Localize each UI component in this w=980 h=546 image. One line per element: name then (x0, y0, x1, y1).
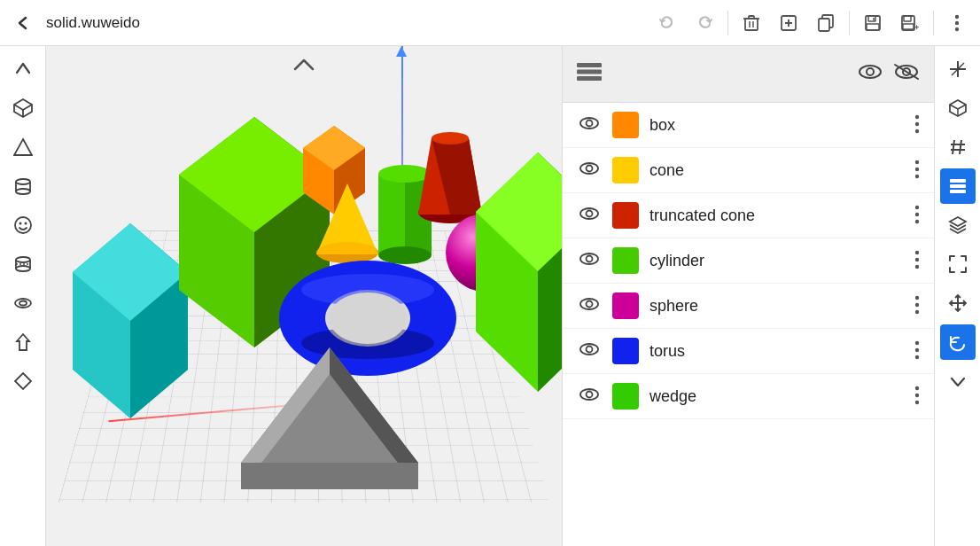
visibility-toggle[interactable] (577, 160, 602, 181)
color-swatch (612, 383, 639, 410)
svg-rect-0 (745, 19, 758, 30)
shape-more-button[interactable] (914, 250, 920, 272)
visibility-toggle[interactable] (577, 115, 602, 136)
shape-label: sphere (649, 297, 904, 316)
face-icon[interactable] (5, 207, 41, 243)
svg-point-112 (915, 386, 919, 389)
color-swatch (612, 292, 639, 319)
svg-point-28 (19, 222, 21, 225)
move-rt-icon[interactable] (940, 285, 976, 321)
back-button[interactable] (7, 7, 39, 39)
svg-point-89 (915, 174, 919, 177)
svg-point-101 (587, 300, 593, 307)
shape-more-button[interactable] (914, 114, 920, 136)
list-item[interactable]: cylinder (563, 238, 934, 284)
axes-rt-icon[interactable] (940, 51, 976, 87)
svg-point-99 (915, 264, 919, 268)
layers2-rt-icon[interactable] (940, 207, 976, 243)
list-item[interactable]: sphere (563, 284, 934, 329)
visibility-toggle[interactable] (577, 296, 602, 316)
svg-point-113 (915, 393, 919, 396)
list-item[interactable]: box (563, 103, 934, 148)
svg-rect-128 (950, 190, 966, 193)
list-item[interactable]: cone (563, 148, 934, 193)
more-button[interactable] (941, 7, 973, 39)
cylinder-lt-icon[interactable] (5, 168, 41, 204)
up-arrow-icon[interactable] (5, 51, 41, 87)
shape-label: cone (649, 161, 904, 180)
color-swatch (612, 202, 639, 229)
svg-line-123 (960, 140, 961, 154)
svg-point-76 (867, 68, 874, 75)
axis-y-line (401, 46, 403, 170)
shape-list: boxconetruncated conecylinderspheretorus… (563, 103, 934, 546)
shape-label: torus (649, 342, 904, 361)
list-item[interactable]: wedge (563, 374, 934, 419)
svg-point-58 (432, 132, 469, 144)
shape-more-button[interactable] (914, 386, 920, 408)
shape-label: truncated cone (649, 207, 904, 225)
svg-point-30 (16, 257, 30, 262)
barrel-icon[interactable] (5, 246, 41, 282)
right-panel: boxconetruncated conecylinderspheretorus… (562, 46, 934, 546)
svg-marker-71 (241, 463, 418, 489)
shape-more-button[interactable] (914, 295, 920, 317)
layers-rt-icon[interactable] (940, 168, 976, 204)
cube-icon[interactable] (5, 90, 41, 126)
torus-lt-icon[interactable] (5, 285, 41, 321)
list-item[interactable]: torus (563, 329, 934, 374)
shape-more-button[interactable] (914, 340, 920, 363)
svg-rect-72 (577, 63, 602, 67)
svg-point-98 (915, 257, 919, 261)
panel-header-list-icon (577, 61, 602, 88)
arrow-up-lt-icon[interactable] (5, 324, 41, 360)
grid3d-rt-icon[interactable] (940, 90, 976, 126)
scene (46, 46, 562, 546)
save-as-button[interactable]: + (894, 7, 926, 39)
right-toolbar (934, 46, 980, 546)
diamond-lt-icon[interactable] (5, 363, 41, 399)
copy-button[interactable] (810, 7, 842, 39)
svg-point-108 (915, 347, 919, 351)
redo-button[interactable] (688, 7, 720, 39)
svg-point-86 (587, 165, 593, 171)
svg-line-122 (953, 140, 954, 154)
svg-point-102 (915, 295, 919, 299)
svg-rect-15 (903, 24, 914, 29)
svg-point-82 (915, 114, 919, 118)
save-button[interactable] (857, 7, 889, 39)
visibility-toggle[interactable] (577, 251, 602, 271)
shape-more-button[interactable] (914, 205, 920, 227)
panel-hide-icon[interactable] (893, 62, 920, 86)
svg-point-84 (915, 129, 919, 132)
svg-rect-73 (577, 69, 602, 74)
svg-line-119 (950, 105, 958, 109)
undo-rt-icon[interactable] (940, 324, 976, 360)
add-button[interactable] (773, 7, 805, 39)
visibility-toggle[interactable] (577, 206, 602, 226)
svg-point-81 (587, 120, 593, 126)
svg-point-114 (915, 400, 919, 403)
list-item[interactable]: truncated cone (563, 193, 934, 238)
expand-rt-icon[interactable] (940, 246, 976, 282)
undo-button[interactable] (651, 7, 683, 39)
triangle-icon[interactable] (5, 129, 41, 165)
svg-point-88 (915, 167, 919, 170)
shape-more-button[interactable] (914, 160, 920, 182)
svg-point-67 (329, 292, 407, 344)
color-swatch (612, 112, 639, 138)
hashtag-rt-icon[interactable] (940, 129, 976, 165)
down-rt-icon[interactable] (940, 363, 976, 399)
main-area: boxconetruncated conecylinderspheretorus… (0, 46, 980, 546)
delete-button[interactable] (735, 7, 767, 39)
viewport-chevron-icon[interactable] (292, 55, 316, 78)
color-swatch (612, 247, 639, 274)
visibility-toggle[interactable] (577, 341, 602, 362)
svg-point-106 (587, 346, 593, 352)
panel-visibility-icon[interactable] (858, 63, 883, 86)
svg-line-120 (958, 105, 966, 109)
svg-text:+: + (914, 23, 919, 32)
svg-point-94 (915, 219, 919, 222)
visibility-toggle[interactable] (577, 386, 602, 407)
viewport[interactable] (46, 46, 562, 546)
